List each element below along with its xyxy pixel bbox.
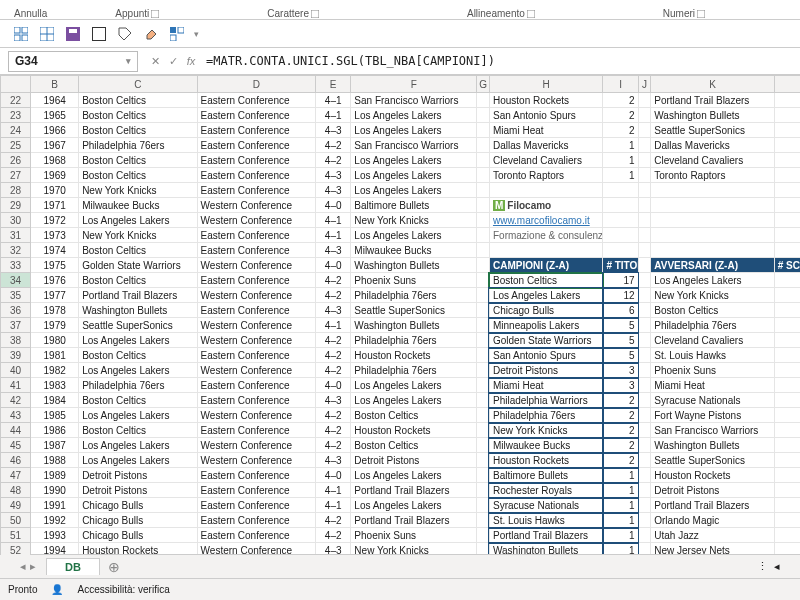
qat-dropdown-icon[interactable]: ▾ bbox=[194, 29, 199, 39]
grid2-icon[interactable] bbox=[38, 25, 56, 43]
ribbon-group-font: Carattere bbox=[263, 8, 323, 19]
table-row[interactable]: 381980Los Angeles LakersWestern Conferen… bbox=[1, 333, 801, 348]
table-row[interactable]: 321974Boston CelticsEastern Conference4–… bbox=[1, 243, 801, 258]
pivot-icon[interactable] bbox=[168, 25, 186, 43]
svg-rect-0 bbox=[14, 27, 20, 33]
table-row[interactable]: 271969Boston CelticsEastern Conference4–… bbox=[1, 168, 801, 183]
table-row[interactable]: 351977Portland Trail BlazersWestern Conf… bbox=[1, 288, 801, 303]
table-row[interactable]: 431985Los Angeles LakersWestern Conferen… bbox=[1, 408, 801, 423]
new-sheet-button[interactable]: ⊕ bbox=[100, 557, 128, 577]
table-row[interactable]: 421984Boston CelticsEastern Conference4–… bbox=[1, 393, 801, 408]
table-row[interactable]: 261968Boston CelticsEastern Conference4–… bbox=[1, 153, 801, 168]
sheet-next-icon[interactable]: ▸ bbox=[30, 560, 36, 573]
table-row[interactable]: 461988Los Angeles LakersWestern Conferen… bbox=[1, 453, 801, 468]
accessibility-icon[interactable]: 👤 bbox=[51, 584, 63, 595]
sheet-prev-icon[interactable]: ◂ bbox=[20, 560, 26, 573]
cancel-icon[interactable]: ✕ bbox=[146, 55, 164, 68]
ribbon-group-align: Allineamento bbox=[463, 8, 539, 19]
grid-icon[interactable] bbox=[12, 25, 30, 43]
table-row[interactable]: 491991Chicago BullsEastern Conference4–1… bbox=[1, 498, 801, 513]
table-row[interactable]: 361978Washington BulletsEastern Conferen… bbox=[1, 303, 801, 318]
table-row[interactable]: 241966Boston CelticsEastern Conference4–… bbox=[1, 123, 801, 138]
table-row[interactable]: 451987Los Angeles LakersWestern Conferen… bbox=[1, 438, 801, 453]
table-row[interactable]: 371979Seattle SuperSonicsWestern Confere… bbox=[1, 318, 801, 333]
table-row[interactable]: 341976Boston CelticsEastern Conference4–… bbox=[1, 273, 801, 288]
formula-input[interactable]: =MATR.CONTA.UNICI.SGL(TBL_NBA[CAMPIONI]) bbox=[200, 54, 800, 68]
table-row[interactable]: 301972Los Angeles LakersWestern Conferen… bbox=[1, 213, 801, 228]
fx-icon[interactable]: fx bbox=[182, 55, 200, 67]
svg-rect-3 bbox=[22, 35, 28, 41]
table-row[interactable]: 251967Philadelphia 76ersEastern Conferen… bbox=[1, 138, 801, 153]
table-row[interactable]: 281970New York KnicksEastern Conference4… bbox=[1, 183, 801, 198]
ribbon-group-labels: Annulla Appunti Carattere Allineamento N… bbox=[0, 0, 800, 20]
status-bar: Pronto 👤 Accessibilità: verifica bbox=[0, 578, 800, 600]
table-row[interactable]: 311973New York KnicksEastern Conference4… bbox=[1, 228, 801, 243]
ribbon-group-undo: Annulla bbox=[10, 8, 51, 19]
table-row[interactable]: 231965Boston CelticsEastern Conference4–… bbox=[1, 108, 801, 123]
svg-rect-1 bbox=[22, 27, 28, 33]
svg-rect-11 bbox=[178, 27, 184, 33]
table-row[interactable]: 441986Boston CelticsEastern Conference4–… bbox=[1, 423, 801, 438]
border-icon[interactable] bbox=[90, 25, 108, 43]
tag-icon[interactable] bbox=[116, 25, 134, 43]
table-row[interactable]: 471989Detroit PistonsEastern Conference4… bbox=[1, 468, 801, 483]
sheet-tab-db[interactable]: DB bbox=[46, 558, 100, 575]
spreadsheet-grid[interactable]: BCDEFGHIJKLMNOP221964Boston CelticsEaste… bbox=[0, 75, 800, 555]
scroll-left-icon[interactable]: ◂ bbox=[774, 560, 780, 573]
enter-icon[interactable]: ✓ bbox=[164, 55, 182, 68]
table-row[interactable]: 221964Boston CelticsEastern Conference4–… bbox=[1, 93, 801, 108]
formula-bar: G34▾ ✕ ✓ fx =MATR.CONTA.UNICI.SGL(TBL_NB… bbox=[0, 48, 800, 75]
eraser-icon[interactable] bbox=[142, 25, 160, 43]
status-ready: Pronto bbox=[8, 584, 37, 595]
save-icon[interactable] bbox=[64, 25, 82, 43]
svg-rect-8 bbox=[69, 29, 77, 33]
svg-rect-10 bbox=[170, 27, 176, 33]
table-row[interactable]: 501992Chicago BullsEastern Conference4–2… bbox=[1, 513, 801, 528]
display-settings-icon[interactable]: ⋮ bbox=[757, 560, 768, 573]
ribbon-group-clipboard: Appunti bbox=[111, 8, 163, 19]
table-row[interactable]: 391981Boston CelticsEastern Conference4–… bbox=[1, 348, 801, 363]
svg-rect-12 bbox=[170, 35, 176, 41]
ribbon-group-number: Numeri bbox=[659, 8, 709, 19]
quick-access-toolbar: ▾ bbox=[0, 20, 800, 48]
table-row[interactable]: 291971Milwaukee BucksWestern Conference4… bbox=[1, 198, 801, 213]
table-row[interactable]: 511993Chicago BullsEastern Conference4–2… bbox=[1, 528, 801, 543]
sheet-tab-bar: ◂▸ DB ⊕ ⋮ ◂ bbox=[0, 554, 800, 578]
status-accessibility[interactable]: Accessibilità: verifica bbox=[77, 584, 169, 595]
name-box[interactable]: G34▾ bbox=[8, 51, 138, 72]
svg-rect-9 bbox=[92, 27, 106, 41]
table-row[interactable]: 481990Detroit PistonsEastern Conference4… bbox=[1, 483, 801, 498]
svg-rect-2 bbox=[14, 35, 20, 41]
table-row[interactable]: 401982Los Angeles LakersWestern Conferen… bbox=[1, 363, 801, 378]
table-row[interactable]: 411983Philadelphia 76ersEastern Conferen… bbox=[1, 378, 801, 393]
table-row[interactable]: 331975Golden State WarriorsWestern Confe… bbox=[1, 258, 801, 273]
